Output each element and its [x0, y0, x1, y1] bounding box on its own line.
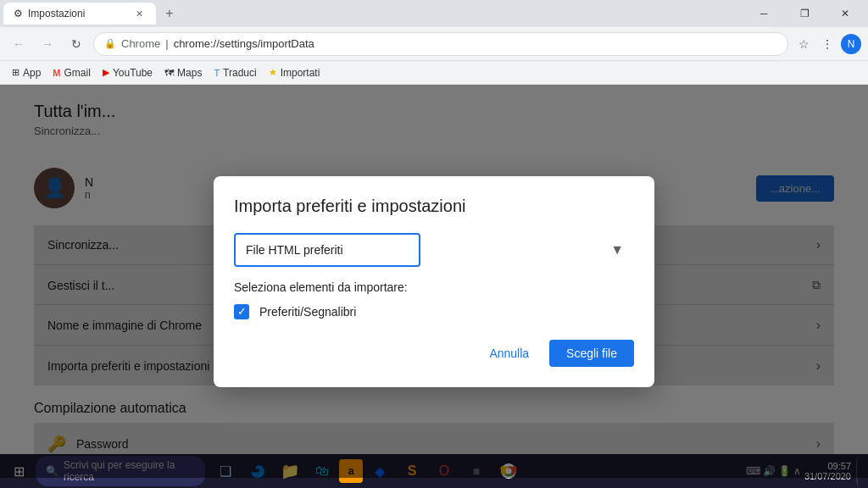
bookmark-maps[interactable]: 🗺 Maps	[159, 65, 207, 80]
bookmark-gmail[interactable]: M Gmail	[47, 65, 96, 80]
maps-icon: 🗺	[164, 68, 174, 78]
menu-button[interactable]: ⋮	[817, 34, 837, 54]
checkbox-row-bookmarks: ✓ Preferiti/Segnalibri	[234, 304, 634, 319]
source-select[interactable]: File HTML preferiti Google Chrome Mozill…	[234, 233, 420, 267]
bookmarks-checkbox[interactable]: ✓	[234, 304, 249, 319]
gmail-icon: M	[53, 68, 60, 78]
tab-bar: ⚙ Impostazioni ✕ +	[3, 3, 180, 25]
url-text: chrome://settings/importData	[174, 37, 777, 50]
toolbar-right: ☆ ⋮ N	[793, 34, 861, 54]
reload-button[interactable]: ↻	[64, 32, 88, 56]
title-bar: ⚙ Impostazioni ✕ + ─ ❐ ✕	[0, 0, 868, 27]
cancel-button[interactable]: Annulla	[476, 340, 542, 367]
content-area: Tutta l'im... Sincronizza... 👤 N n ...az…	[0, 85, 868, 478]
maximize-button[interactable]: ❐	[785, 0, 824, 27]
tab-favicon: ⚙	[14, 8, 23, 19]
bookmark-maps-label: Maps	[177, 67, 202, 79]
close-button[interactable]: ✕	[826, 0, 865, 27]
profile-avatar[interactable]: N	[841, 34, 861, 54]
dialog-actions: Annulla Scegli file	[234, 340, 634, 367]
select-arrow-icon: ▼	[610, 242, 624, 258]
youtube-icon: ▶	[103, 67, 109, 78]
back-button[interactable]: ←	[7, 32, 31, 56]
bookmark-traduci[interactable]: T Traduci	[209, 65, 261, 80]
url-separator: |	[165, 37, 168, 50]
bookmark-traduci-label: Traduci	[223, 67, 257, 79]
url-bar[interactable]: 🔒 Chrome | chrome://settings/importData	[93, 32, 788, 56]
minimize-button[interactable]: ─	[744, 0, 783, 27]
url-prefix: Chrome	[121, 37, 160, 50]
source-select-wrapper: File HTML preferiti Google Chrome Mozill…	[234, 233, 634, 267]
bookmark-youtube-label: YouTube	[113, 67, 153, 79]
app-icon: ⊞	[12, 67, 19, 78]
lock-icon: 🔒	[104, 38, 116, 49]
bookmarks-bar: ⊞ App M Gmail ▶ YouTube 🗺 Maps T Traduci…	[0, 61, 868, 85]
import-dialog: Importa preferiti e impostazioni File HT…	[214, 176, 654, 387]
folder-icon: ★	[269, 67, 277, 78]
address-bar: ← → ↻ 🔒 Chrome | chrome://settings/impor…	[0, 27, 868, 61]
bookmark-star-icon[interactable]: ☆	[793, 34, 814, 54]
bookmark-app-label: App	[23, 67, 41, 79]
tab-title: Impostazioni	[28, 8, 85, 19]
modal-overlay: Importa preferiti e impostazioni File HT…	[0, 85, 868, 478]
forward-button[interactable]: →	[36, 32, 59, 56]
bookmark-youtube[interactable]: ▶ YouTube	[97, 65, 158, 80]
bookmark-app[interactable]: ⊞ App	[7, 65, 46, 80]
translate-icon: T	[214, 68, 220, 78]
active-tab[interactable]: ⚙ Impostazioni ✕	[3, 3, 156, 25]
settings-page: Tutta l'im... Sincronizza... 👤 N n ...az…	[0, 85, 868, 478]
new-tab-button[interactable]: +	[159, 3, 180, 24]
bookmark-gmail-label: Gmail	[64, 67, 91, 79]
dialog-title: Importa preferiti e impostazioni	[234, 197, 634, 216]
elements-label: Seleziona elementi da importare:	[234, 280, 634, 294]
tab-close-btn[interactable]: ✕	[132, 7, 146, 20]
bookmark-importati[interactable]: ★ Importati	[264, 65, 326, 80]
bookmark-importati-label: Importati	[281, 67, 320, 79]
bookmarks-checkbox-label: Preferiti/Segnalibri	[259, 305, 356, 319]
confirm-button[interactable]: Scegli file	[549, 340, 634, 367]
window-controls: ─ ❐ ✕	[744, 0, 865, 27]
